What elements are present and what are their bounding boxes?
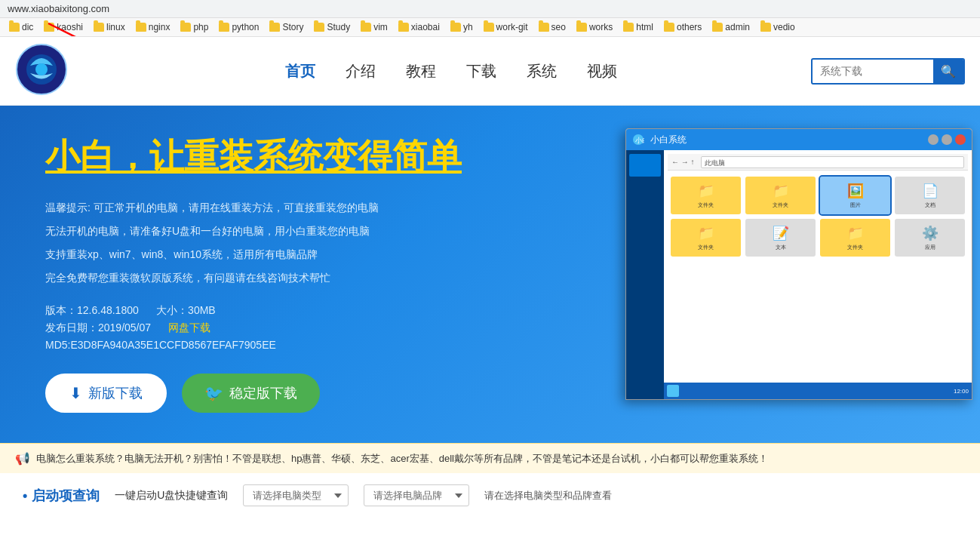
boot-section: 启动项查询 一键启动U盘快捷键查询 请选择电脑类型 请选择电脑品牌 请在选择电脑… <box>0 473 980 518</box>
file-icon-folder4: 📁 文件夹 <box>820 219 890 257</box>
hero-desc: 温馨提示: 可正常开机的电脑，请用在线重装方法，可直接重装您的电脑 无法开机的电… <box>45 196 536 289</box>
folder-icon <box>760 23 771 32</box>
bookmark-php[interactable]: php <box>176 20 213 34</box>
address-bar: www.xiaobaixitong.com <box>0 0 980 18</box>
folder-icon <box>539 23 549 32</box>
bookmark-dic[interactable]: dic <box>5 20 38 34</box>
computer-type-select[interactable]: 请选择电脑类型 <box>243 484 349 506</box>
bookmark-seo[interactable]: seo <box>534 20 570 34</box>
url-text: www.xiaobaixitong.com <box>8 3 109 14</box>
svg-text:小白: 小白 <box>635 137 644 144</box>
notif-text: 电脑怎么重装系统？电脑无法开机？别害怕！不管是联想、hp惠普、华硕、东芝、ace… <box>36 452 768 466</box>
folder-icon <box>664 23 674 32</box>
boot-desc: 一键启动U盘快捷键查询 <box>115 489 228 503</box>
logo[interactable] <box>15 43 68 99</box>
bookmark-vedio[interactable]: vedio <box>756 20 800 34</box>
maximize-button[interactable] <box>942 134 952 145</box>
folder-icon <box>623 23 634 32</box>
bookmark-works[interactable]: works <box>572 20 617 34</box>
hero-screenshot: 小白 小白系统 <box>610 121 980 407</box>
win-content: ← → ↑ 此电脑 📁 文件夹 📁 文件夹 <box>626 150 972 399</box>
bookmark-xiaobai[interactable]: xiaobai <box>394 20 444 34</box>
minimize-button[interactable] <box>928 134 939 145</box>
folder-icon <box>180 23 191 32</box>
new-version-button[interactable]: ⬇ 新版下载 <box>45 374 167 413</box>
nav-links: 首页 介绍 教程 下载 系统 视频 <box>91 57 811 85</box>
nav-system[interactable]: 系统 <box>527 57 557 85</box>
nav-video[interactable]: 视频 <box>587 57 617 85</box>
bookmark-vim[interactable]: vim <box>356 20 392 34</box>
windows-screenshot: 小白 小白系统 <box>625 128 972 400</box>
folder-icon <box>94 23 104 32</box>
folder-icon <box>269 23 280 32</box>
folder-icon <box>398 23 409 32</box>
nav-tutorial[interactable]: 教程 <box>406 57 436 85</box>
file-icon-folder2: 📁 文件夹 <box>745 177 816 214</box>
bookmark-kaoshi[interactable]: kaoshi <box>39 20 88 34</box>
download-icon: ⬇ <box>69 384 82 402</box>
notif-bar: 📢 电脑怎么重装系统？电脑无法开机？别害怕！不管是联想、hp惠普、华硕、东芝、a… <box>0 443 980 473</box>
button-group: ⬇ 新版下载 🐦 稳定版下载 <box>45 374 536 413</box>
bookmark-study[interactable]: Study <box>309 20 355 34</box>
search-input[interactable] <box>813 60 933 81</box>
nav-area: 首页 介绍 教程 下载 系统 视频 🔍 <box>0 37 980 106</box>
folder-icon <box>44 23 54 32</box>
stable-version-button[interactable]: 🐦 稳定版下载 <box>182 374 320 413</box>
bookmark-linux[interactable]: linux <box>89 20 130 34</box>
hero-meta-version: 版本：12.6.48.1800 大小：30MB <box>45 304 536 318</box>
network-download-link[interactable]: 网盘下载 <box>168 321 210 334</box>
folder-icon <box>9 23 20 32</box>
boot-hint: 请在选择电脑类型和品牌查看 <box>484 489 612 503</box>
search-box: 🔍 <box>811 58 965 85</box>
win-controls <box>928 134 966 145</box>
win-sidebar <box>626 150 664 399</box>
win-titlebar: 小白 小白系统 <box>626 129 972 150</box>
folder-icon <box>314 23 324 32</box>
bookmark-work-git[interactable]: work-git <box>479 20 533 34</box>
file-icon-exe: ⚙️ 应用 <box>895 219 965 257</box>
folder-icon <box>136 23 146 32</box>
folder-icon <box>576 23 587 32</box>
file-icon-txt: 📝 文本 <box>745 219 816 257</box>
close-button[interactable] <box>955 134 966 145</box>
nav-download[interactable]: 下载 <box>466 57 496 85</box>
computer-brand-select[interactable]: 请选择电脑品牌 <box>364 484 469 506</box>
boot-title: 启动项查询 <box>23 487 100 505</box>
nav-home[interactable]: 首页 <box>285 57 315 85</box>
bookmarks-bar: dic kaoshi linux nginx php python Story … <box>0 18 980 37</box>
hero-title: 小白，让重装系统变得简单 <box>45 136 536 177</box>
hero-section: 小白，让重装系统变得简单 温馨提示: 可正常开机的电脑，请用在线重装方法，可直接… <box>0 106 980 443</box>
bookmark-yh[interactable]: yh <box>446 20 478 34</box>
bookmark-story[interactable]: Story <box>265 20 308 34</box>
bookmark-html[interactable]: html <box>619 20 658 34</box>
hero-md5: MD5:E3D8FA940A35E1CCFD8567EFAF7905EE <box>45 339 536 351</box>
folder-icon <box>484 23 494 32</box>
svg-point-4 <box>35 63 48 75</box>
bookmark-nginx[interactable]: nginx <box>131 20 175 34</box>
hero-meta-date: 发布日期：2019/05/07 网盘下载 <box>45 321 536 335</box>
speaker-icon: 📢 <box>15 451 30 466</box>
win-title-text: 小白系统 <box>650 134 687 146</box>
search-button[interactable]: 🔍 <box>933 60 963 83</box>
file-icon-doc: 📄 文档 <box>895 177 965 214</box>
folder-icon <box>219 23 229 32</box>
bookmark-python[interactable]: python <box>214 20 263 34</box>
folder-icon <box>450 23 461 32</box>
file-icon-selected: 🖼️ 图片 <box>820 177 890 214</box>
file-icon-folder3: 📁 文件夹 <box>671 219 741 257</box>
file-icon-folder1: 📁 文件夹 <box>671 177 741 214</box>
bookmark-admin[interactable]: admin <box>708 20 754 34</box>
hero-content: 小白，让重装系统变得简单 温馨提示: 可正常开机的电脑，请用在线重装方法，可直接… <box>45 136 536 413</box>
folder-icon <box>712 23 723 32</box>
folder-icon <box>361 23 371 32</box>
bird-icon: 🐦 <box>204 384 223 402</box>
nav-intro[interactable]: 介绍 <box>346 57 376 85</box>
bookmark-others[interactable]: others <box>659 20 706 34</box>
